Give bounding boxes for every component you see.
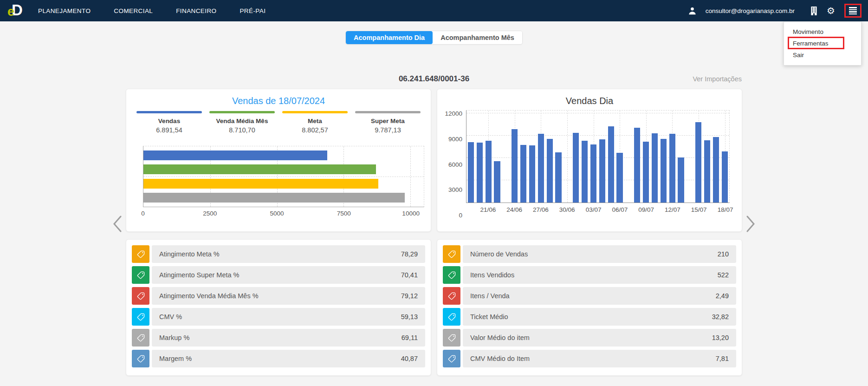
metric-value: 7,81: [716, 355, 729, 362]
metric-label: CMV Médio do Item: [470, 355, 530, 362]
bar-20-06[interactable]: [477, 143, 483, 203]
bar-06-07[interactable]: [616, 153, 622, 203]
bar-22-06[interactable]: [494, 161, 500, 203]
navbar-dropdown-menu: MovimentoFerramentasSair: [784, 21, 862, 65]
bar-19-06[interactable]: [468, 142, 474, 203]
bar-slot-30-06: [563, 111, 571, 203]
building-icon[interactable]: [810, 7, 817, 15]
dropdown-item-sair[interactable]: Sair: [784, 49, 861, 61]
bar-slot-09-07: [641, 111, 650, 203]
metric-value: 40,87: [401, 355, 418, 362]
tab-acompanhamento-dia[interactable]: Acompanhamento Dia: [346, 31, 433, 44]
bar-13-07[interactable]: [678, 157, 684, 203]
horizontal-bar-plot: [143, 146, 424, 207]
bar-04-07[interactable]: [599, 139, 605, 203]
tab-acompanhamento-mes[interactable]: Acompanhamento Mês: [433, 31, 522, 44]
bar-slot-12-07: [668, 111, 677, 203]
left-chart-legend: Vendas6.891,54Venda Média Mês8.710,70Met…: [133, 111, 424, 134]
nav-item-financeiro[interactable]: FINANCEIRO: [176, 7, 216, 14]
bar-28-06[interactable]: [547, 139, 553, 203]
bar-slot-14-07: [685, 111, 694, 203]
metric-label: Atingimento Meta %: [159, 250, 220, 258]
bar-super-meta[interactable]: [143, 193, 405, 203]
logo-letter-e: e: [7, 5, 14, 19]
bar-24-06[interactable]: [512, 129, 518, 203]
horizontal-bar-chart: 025005000750010000: [143, 146, 424, 218]
bar-05-07[interactable]: [608, 126, 614, 203]
bar-10-07[interactable]: [652, 133, 658, 203]
metric-strip: CMV %59,13: [152, 308, 425, 326]
bar-15-07[interactable]: [695, 122, 701, 203]
bar-venda-media-mes[interactable]: [143, 164, 376, 174]
gear-icon[interactable]: ⚙: [827, 6, 835, 15]
bar-slot-22-06: [493, 111, 502, 203]
legend-color-bar: [355, 111, 421, 113]
metric-row-margem: Margem %40,87: [132, 350, 425, 367]
metric-label: Margem %: [159, 355, 192, 362]
carousel-next-icon[interactable]: [745, 215, 756, 235]
bar-02-07[interactable]: [582, 141, 588, 203]
metric-row-numero-de-vendas: Número de Vendas210: [443, 245, 736, 263]
metric-value: 13,20: [712, 334, 729, 341]
bar-27-06[interactable]: [538, 134, 544, 203]
user-email: consultor@drogarianasp.com.br: [706, 7, 795, 14]
metric-label: Itens / Venda: [470, 292, 510, 300]
bar-slot-07-07: [624, 111, 633, 203]
bar-01-07[interactable]: [573, 133, 579, 203]
bar-26-06[interactable]: [529, 145, 535, 203]
nav-item-pre-pai[interactable]: PRÉ-PAI: [240, 7, 266, 14]
bar-meta[interactable]: [143, 179, 378, 189]
legend-value: 6.891,54: [133, 126, 206, 134]
metric-row-itens-venda: Itens / Venda2,49: [443, 287, 736, 305]
metric-value: 69,11: [402, 334, 418, 341]
bar-11-07[interactable]: [661, 139, 667, 203]
legend-value: 9.787,13: [351, 126, 424, 134]
charts-row: Vendas de 18/07/2024 Vendas6.891,54Venda…: [0, 89, 868, 232]
bar-18-07[interactable]: [722, 151, 728, 203]
nav-item-comercial[interactable]: COMERCIAL: [114, 7, 153, 14]
tag-icon: [132, 245, 149, 263]
tag-icon: [132, 329, 149, 347]
bar-09-07[interactable]: [643, 142, 649, 203]
bar-25-06[interactable]: [520, 145, 526, 203]
nav-item-planejamento[interactable]: PLANEJAMENTO: [38, 7, 91, 14]
bar-slot-13-07: [677, 111, 686, 203]
vertical-bar-xaxis: 21/0624/0627/0630/0603/0706/0709/0712/07…: [466, 203, 730, 215]
bar-slot-04-07: [598, 111, 607, 203]
bar-slot-02-07: [580, 111, 589, 203]
x-tick-label: 09/07: [638, 206, 654, 213]
gridline-vertical: [410, 146, 411, 207]
x-tick-label: 18/07: [718, 206, 733, 213]
bar-17-07[interactable]: [713, 137, 719, 203]
ver-importacoes-link[interactable]: Ver Importações: [693, 75, 742, 83]
dropdown-item-ferramentas[interactable]: Ferramentas: [784, 38, 861, 49]
bar-vendas[interactable]: [143, 150, 327, 160]
carousel-prev-icon[interactable]: [112, 215, 123, 235]
bar-12-07[interactable]: [669, 134, 675, 203]
navbar-right: consultor@drogarianasp.com.br ⚙: [688, 4, 862, 18]
x-tick-label: 21/06: [480, 206, 496, 213]
menu-icon[interactable]: [844, 4, 862, 18]
metric-row-atingimento-venda-media-mes: Atingimento Venda Média Mês %79,12: [132, 287, 425, 305]
tag-icon: [443, 350, 460, 367]
bar-03-07[interactable]: [590, 144, 596, 203]
bar-21-06[interactable]: [486, 141, 492, 203]
nav-menu: PLANEJAMENTOCOMERCIALFINANCEIROPRÉ-PAI: [38, 7, 266, 14]
bar-16-07[interactable]: [704, 140, 710, 203]
tag-icon: [132, 350, 149, 367]
bar-08-07[interactable]: [634, 128, 640, 203]
dropdown-item-movimento[interactable]: Movimento: [784, 26, 861, 38]
x-tick-label: 12/07: [665, 206, 680, 213]
metric-value: 32,82: [712, 313, 729, 321]
tag-icon: [443, 245, 460, 263]
x-tick-label: 10000: [402, 210, 420, 217]
user-icon: [688, 7, 696, 15]
bar-29-06[interactable]: [555, 152, 561, 203]
metric-strip: CMV Médio do Item7,81: [463, 350, 736, 367]
bar-slot-29-06: [554, 111, 563, 203]
x-tick-label: 0: [141, 210, 145, 217]
legend-label: Super Meta: [351, 118, 424, 124]
legend-value: 8.710,70: [206, 126, 279, 134]
vendas-dia-detail-card: Vendas de 18/07/2024 Vendas6.891,54Venda…: [126, 89, 431, 232]
app-logo[interactable]: D e: [6, 1, 26, 20]
